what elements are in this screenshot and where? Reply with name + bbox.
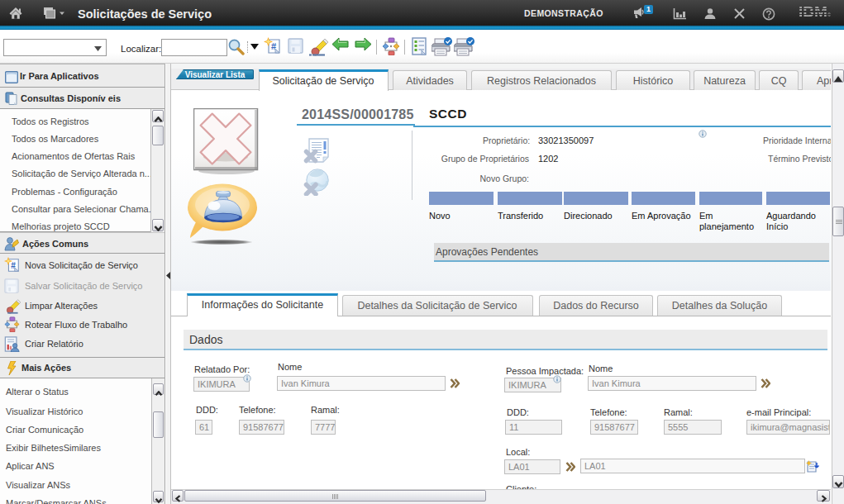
svg-text:#: # bbox=[271, 41, 276, 51]
svg-text:#: # bbox=[11, 261, 16, 270]
